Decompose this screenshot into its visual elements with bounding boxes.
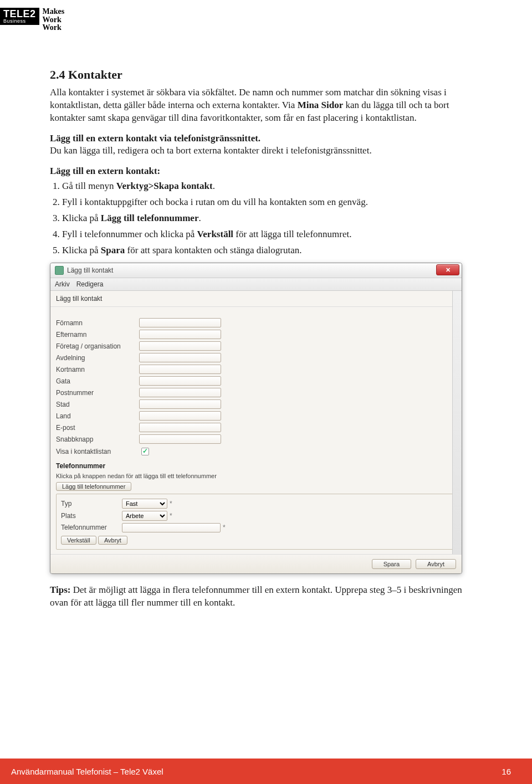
dialog-titlebar: Lägg till kontakt ✕ [50,263,462,278]
verkstall-button[interactable]: Verkställ [61,536,96,545]
footer-doc-title: Användarmanual Telefonist – Tele2 Växel [11,767,163,776]
input-land[interactable] [139,411,221,421]
label-stad: Stad [56,400,139,409]
close-button[interactable]: ✕ [436,264,459,275]
header-logo: TELE2 Business Makes Work Work [0,8,64,32]
text: Gå till menyn [62,181,116,191]
form-panel: Förnamn Efternamn Företag / organisation… [50,307,462,554]
dialog-app-icon [55,266,64,275]
text: för att spara kontakten och stänga dialo… [125,245,301,255]
required-asterisk: * [170,499,172,508]
label-efternamn: Efternamn [56,330,139,339]
tip-body: Det är möjligt att lägga in flera telefo… [50,585,462,608]
tagline-line: Makes [43,8,65,16]
input-foretag[interactable] [139,341,221,351]
menu-arkiv[interactable]: Arkiv [55,280,70,289]
label-telefonnummer: Telefonnummer [61,523,122,532]
text-bold: Verktyg>Skapa kontakt [116,181,213,191]
label-snabbknapp: Snabbknapp [56,435,139,444]
text-bold: Verkställ [197,229,234,239]
tip-label: Tips: [50,585,71,595]
input-snabbknapp[interactable] [139,434,221,444]
label-epost: E-post [56,423,139,432]
text-bold: Mina Sidor [298,100,344,110]
input-stad[interactable] [139,399,221,409]
text: . [198,213,201,223]
avbryt-phone-button[interactable]: Avbryt [98,536,127,545]
input-epost[interactable] [139,423,221,432]
text: Du kan lägga till, redigera och ta bort … [50,145,372,156]
text-bold: Spara [101,245,125,255]
input-postnummer[interactable] [139,388,221,397]
label-avdelning: Avdelning [56,353,139,362]
text: Fyll i telefonnummer och klicka på [62,229,197,239]
dialog-menubar: Arkiv Redigera [50,278,462,291]
input-kortnamn[interactable] [139,365,221,374]
list-title: Lägg till en extern kontakt: [50,166,160,176]
text: Klicka på [62,213,101,223]
menu-redigera[interactable]: Redigera [76,280,104,289]
tip-paragraph: Tips: Det är möjligt att lägga in flera … [50,584,482,609]
required-asterisk: * [170,511,172,520]
dialog-footer: Spara Avbryt [50,554,462,573]
input-telefonnummer[interactable] [122,523,221,532]
required-asterisk: * [223,523,226,532]
sub-paragraph: Lägg till en extern kontakt via telefoni… [50,132,482,158]
text: . [213,181,215,191]
input-fornamn[interactable] [139,318,221,327]
phone-section-hint: Klicka på knappen nedan för att lägga ti… [56,472,456,480]
label-plats: Plats [61,511,122,520]
phone-subform: Typ Fast * Plats Arbete * Telefonnummer [56,494,456,550]
close-icon: ✕ [446,266,451,274]
label-fornamn: Förnamn [56,319,139,327]
intro-paragraph: Alla kontakter i systemet är sökbara via… [50,86,482,125]
step-item: Fyll i kontaktuppgifter och bocka i ruta… [62,196,482,209]
dialog-title: Lägg till kontakt [67,266,113,275]
input-gata[interactable] [139,376,221,386]
dialog-subtitle: Lägg till kontakt [56,295,102,303]
step-item: Klicka på Spara för att spara kontakten … [62,244,482,257]
select-plats[interactable]: Arbete [122,511,167,521]
text-bold: Lägg till en extern kontakt via telefoni… [50,133,260,144]
text: för att lägga till telefonnumret. [233,229,351,239]
section-heading: 2.4 Kontakter [50,66,482,83]
tagline: Makes Work Work [43,8,65,32]
page-footer: Användarmanual Telefonist – Tele2 Växel … [0,759,532,784]
dialog-subtitle-panel: Lägg till kontakt [50,291,462,307]
tagline-line: Work [43,24,65,32]
step-item: Fyll i telefonnummer och klicka på Verks… [62,228,482,241]
step-item: Klicka på Lägg till telefonnummer. [62,212,482,225]
brand-text: TELE2 [3,8,36,19]
input-efternamn[interactable] [139,330,221,339]
brand-sub: Business [3,19,36,24]
checkbox-visa-i-kontaktlistan[interactable] [141,448,149,455]
label-kortnamn: Kortnamn [56,365,139,374]
avbryt-button[interactable]: Avbryt [416,559,456,569]
step-item: Gå till menyn Verktyg>Skapa kontakt. [62,180,482,193]
step-list: Gå till menyn Verktyg>Skapa kontakt. Fyl… [50,180,482,257]
tele2-badge: TELE2 Business [0,8,39,25]
label-gata: Gata [56,377,139,386]
select-typ[interactable]: Fast [122,499,167,509]
label-visa-i-kontaktlistan: Visa i kontaktlistan [56,447,139,456]
label-typ: Typ [61,499,122,508]
add-contact-dialog: Lägg till kontakt ✕ Arkiv Redigera Lägg … [50,263,462,574]
label-foretag: Företag / organisation [56,342,139,351]
text-bold: Lägg till telefonnummer [101,213,199,223]
label-postnummer: Postnummer [56,388,139,397]
add-phone-button[interactable]: Lägg till telefonnummer [56,482,131,491]
label-land: Land [56,412,139,421]
text: Fyll i kontaktuppgifter och bocka i ruta… [62,197,368,207]
spara-button[interactable]: Spara [372,559,411,569]
footer-page-number: 16 [502,767,511,776]
text: Klicka på [62,245,101,255]
phone-section-title: Telefonnummer [56,462,456,470]
tagline-line: Work [43,16,65,24]
input-avdelning[interactable] [139,353,221,362]
